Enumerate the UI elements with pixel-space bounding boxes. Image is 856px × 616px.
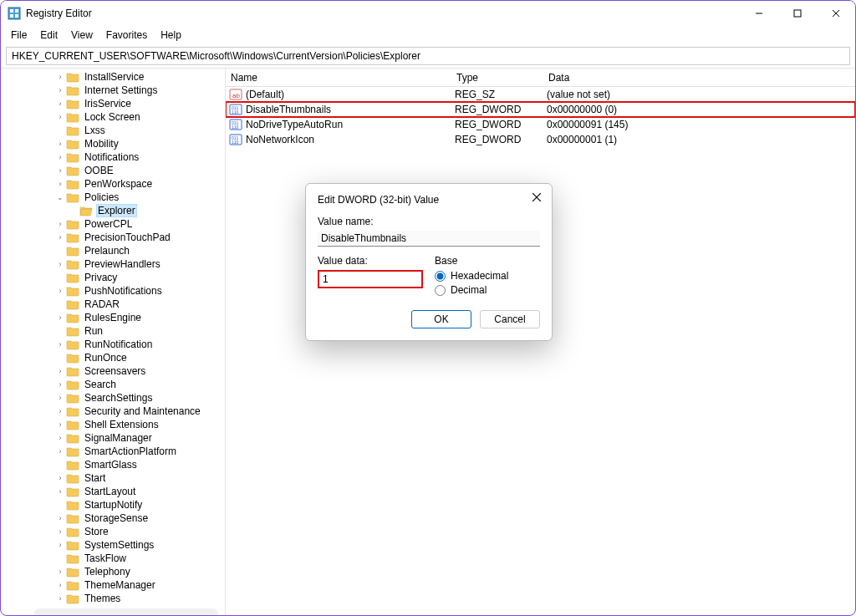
radio-hexadecimal[interactable] bbox=[435, 271, 446, 282]
ok-button[interactable]: OK bbox=[411, 310, 471, 328]
radio-hex-label: Hexadecimal bbox=[451, 270, 508, 282]
base-label: Base bbox=[435, 255, 540, 267]
valuedata-field[interactable] bbox=[318, 270, 423, 288]
dialog-title: Edit DWORD (32-bit) Value bbox=[318, 194, 540, 206]
valuedata-label: Value data: bbox=[318, 255, 423, 267]
cancel-button[interactable]: Cancel bbox=[480, 310, 540, 328]
valuename-label: Value name: bbox=[318, 216, 540, 227]
dialog-overlay: Edit DWORD (32-bit) Value Value name: Va… bbox=[1, 1, 855, 615]
radio-dec-label: Decimal bbox=[451, 284, 487, 296]
radio-decimal[interactable] bbox=[435, 285, 446, 296]
edit-dword-dialog: Edit DWORD (32-bit) Value Value name: Va… bbox=[305, 183, 553, 341]
valuename-field bbox=[318, 231, 540, 247]
dialog-close-icon[interactable] bbox=[532, 192, 542, 205]
